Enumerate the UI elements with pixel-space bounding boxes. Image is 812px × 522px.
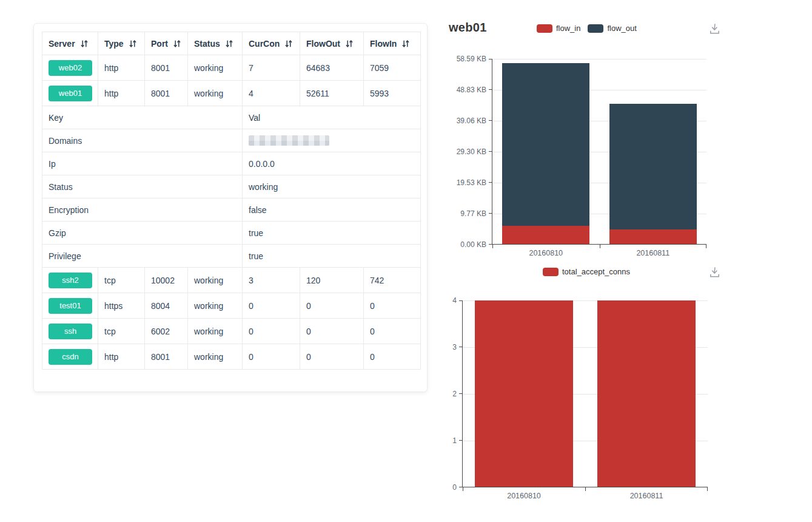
sort-icon <box>225 39 233 48</box>
bar-flow_out-20160810 <box>502 63 589 226</box>
cell-flowout: 120 <box>300 268 364 293</box>
detail-row-domains: Domains <box>42 129 421 152</box>
server-rows-top: web02http8001working7646837059web01http8… <box>42 55 421 106</box>
server-button-web01[interactable]: web01 <box>49 86 92 101</box>
cell-flowin: 0 <box>364 293 421 319</box>
cell-port: 8001 <box>145 55 188 81</box>
cell-status: working <box>188 344 243 370</box>
server-table-card: ServerTypePortStatusCurConFlowOutFlowIn … <box>33 23 428 392</box>
cell-port: 8001 <box>145 81 188 106</box>
download-icon[interactable] <box>708 22 722 36</box>
y-axis-label: 0 <box>452 483 457 492</box>
server-row-csdn: csdnhttp8001working000 <box>42 344 421 370</box>
x-axis-tick <box>600 245 600 248</box>
legend-item-total_accept_conns[interactable]: total_accept_conns <box>543 267 630 276</box>
legend-swatch <box>537 24 552 33</box>
bar-total_accept_conns-20160811 <box>597 300 696 487</box>
y-axis-tick <box>489 213 492 214</box>
x-axis-tick <box>463 487 463 491</box>
column-header-inner: FlowOut <box>306 39 354 49</box>
flow-chart-plot: 20160810201608110.00 KB9.77 KB19.53 KB29… <box>492 59 706 245</box>
legend-swatch <box>543 268 559 276</box>
server-button-ssh2[interactable]: ssh2 <box>49 273 92 288</box>
detail-row-gzip: Gziptrue <box>42 222 421 245</box>
y-axis-tick <box>459 393 463 394</box>
cell-server: web02 <box>42 55 98 81</box>
server-button-ssh[interactable]: ssh <box>49 324 92 339</box>
detail-row-status: Statusworking <box>42 175 421 198</box>
cell-server: csdn <box>42 344 98 370</box>
server-button-web02[interactable]: web02 <box>49 60 92 76</box>
column-header-inner: FlowIn <box>370 39 410 49</box>
detail-key: Ip <box>42 152 243 175</box>
column-header-flowin[interactable]: FlowIn <box>364 32 421 55</box>
cell-server: test01 <box>42 293 98 319</box>
flow-chart-legend: flow_inflow_out <box>537 24 637 33</box>
column-header-curcon[interactable]: CurCon <box>243 32 300 55</box>
cell-port: 6002 <box>145 319 188 344</box>
detail-value <box>243 129 421 152</box>
detail-value: false <box>243 198 421 222</box>
sort-icon <box>284 39 293 48</box>
legend-item-flow_out[interactable]: flow_out <box>588 24 636 33</box>
y-axis-tick <box>489 89 492 90</box>
cell-server: ssh <box>42 319 98 344</box>
cell-curcon: 0 <box>243 319 300 344</box>
column-header-flowout[interactable]: FlowOut <box>300 32 364 55</box>
bar-flow_in-20160811 <box>609 229 697 245</box>
x-axis-tick <box>585 487 586 491</box>
column-header-inner: Port <box>151 39 181 49</box>
charts-panel: web01 flow_inflow_out 20160810201608110.… <box>437 0 812 522</box>
x-axis-tick <box>707 487 708 491</box>
legend-label: flow_in <box>556 24 580 33</box>
column-header-inner: CurCon <box>249 39 293 49</box>
legend-swatch <box>588 24 603 33</box>
server-button-test01[interactable]: test01 <box>49 298 92 314</box>
cell-flowin: 7059 <box>364 55 421 81</box>
column-label: FlowOut <box>306 39 340 49</box>
cell-flowin: 0 <box>364 319 421 344</box>
detail-key: Privilege <box>42 245 243 268</box>
cell-curcon: 0 <box>243 344 300 370</box>
legend-item-flow_in[interactable]: flow_in <box>537 24 580 33</box>
cell-curcon: 4 <box>243 81 300 106</box>
detail-key: Encryption <box>42 198 243 222</box>
sort-icon <box>80 39 89 48</box>
cell-port: 10002 <box>145 268 188 293</box>
column-header-inner: Type <box>104 39 137 49</box>
cell-flowin: 5993 <box>364 81 421 106</box>
download-icon[interactable] <box>708 265 722 280</box>
legend-label: total_accept_conns <box>562 267 630 276</box>
cell-status: working <box>188 268 243 293</box>
server-rows-bottom: ssh2tcp10002working3120742test01https800… <box>42 268 421 370</box>
detail-key: Domains <box>42 129 243 152</box>
download-arrow-icon <box>708 265 722 279</box>
y-axis-line <box>462 300 463 487</box>
cell-flowout: 52611 <box>300 81 364 106</box>
cell-curcon: 3 <box>243 268 300 293</box>
detail-row-privilege: Privilegetrue <box>42 245 421 268</box>
y-axis-tick <box>489 120 492 121</box>
x-axis-tick <box>492 245 493 248</box>
y-axis-label: 39.06 KB <box>457 117 486 125</box>
server-detail-section: KeyValDomainsIp0.0.0.0StatusworkingEncry… <box>42 106 421 268</box>
y-axis-label: 2 <box>452 390 457 398</box>
cell-status: working <box>188 55 243 81</box>
y-axis-label: 58.59 KB <box>457 55 486 63</box>
grid-line <box>492 59 706 59</box>
cell-flowout: 0 <box>300 293 364 319</box>
y-axis-label: 9.77 KB <box>460 209 486 218</box>
column-header-status[interactable]: Status <box>188 32 243 55</box>
column-header-server[interactable]: Server <box>42 32 98 55</box>
y-axis-label: 48.83 KB <box>457 86 486 94</box>
column-header-type[interactable]: Type <box>98 32 145 55</box>
x-axis-label: 20160810 <box>507 492 541 500</box>
y-axis-label: 3 <box>452 343 457 351</box>
column-header-port[interactable]: Port <box>145 32 188 55</box>
server-button-csdn[interactable]: csdn <box>49 349 92 365</box>
column-label: Type <box>104 39 124 49</box>
cell-flowout: 0 <box>300 319 364 344</box>
detail-value: working <box>243 175 421 198</box>
dashboard-page: ServerTypePortStatusCurConFlowOutFlowIn … <box>0 0 812 522</box>
y-axis-tick <box>489 59 492 59</box>
